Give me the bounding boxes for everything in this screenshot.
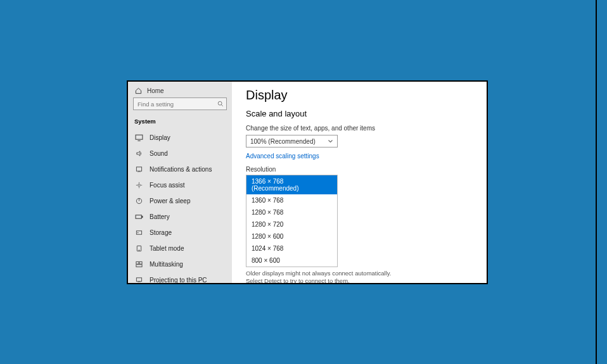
svg-rect-17 [136, 278, 141, 282]
sidebar-item-battery[interactable]: Battery [128, 209, 232, 225]
tablet-icon [134, 245, 143, 252]
main-panel: Display Scale and layout Change the size… [232, 82, 487, 283]
resolution-option[interactable]: 1366 × 768 (Recommended) [246, 175, 337, 194]
sidebar-item-label: Tablet mode [150, 245, 184, 252]
sidebar-item-label: Multitasking [150, 261, 183, 268]
resolution-option[interactable]: 1024 × 768 [246, 242, 337, 254]
sidebar-item-label: Notifications & actions [150, 166, 212, 173]
sidebar-item-label: Focus assist [150, 182, 185, 189]
sidebar-section-label: System [128, 114, 232, 130]
svg-rect-9 [141, 216, 142, 217]
svg-rect-16 [136, 265, 141, 267]
notifications-icon [134, 166, 143, 173]
resolution-option[interactable]: 800 × 600 [246, 254, 337, 267]
sidebar-item-notifications[interactable]: Notifications & actions [128, 161, 232, 177]
resolution-option[interactable]: 1360 × 768 [246, 194, 337, 206]
sidebar-item-power-sleep[interactable]: Power & sleep [128, 193, 232, 209]
detect-help-text: Older displays might not always connect … [246, 270, 398, 283]
resolution-option[interactable]: 1280 × 768 [246, 206, 337, 218]
sidebar-item-tablet-mode[interactable]: Tablet mode [128, 241, 232, 256]
focus-assist-icon [134, 182, 143, 189]
svg-rect-10 [136, 231, 141, 235]
sidebar-item-label: Storage [150, 229, 172, 236]
svg-rect-4 [136, 167, 141, 171]
sidebar-item-label: Battery [150, 213, 170, 220]
svg-point-5 [137, 184, 140, 187]
sidebar-item-focus-assist[interactable]: Focus assist [128, 177, 232, 193]
svg-rect-8 [136, 215, 141, 218]
page-title: Display [246, 88, 473, 103]
svg-rect-15 [139, 261, 141, 264]
sidebar: Home System Display Sound Notificat [128, 82, 232, 283]
search-icon [217, 101, 224, 107]
sidebar-item-label: Display [150, 134, 170, 141]
display-icon [134, 134, 143, 141]
sidebar-item-sound[interactable]: Sound [128, 146, 232, 161]
svg-point-11 [137, 232, 138, 233]
search-container [128, 97, 232, 114]
scale-field-label: Change the size of text, apps, and other… [246, 125, 473, 132]
scale-dropdown[interactable]: 100% (Recommended) [246, 135, 338, 147]
resolution-option[interactable]: 1280 × 720 [246, 218, 337, 230]
sound-icon [134, 150, 143, 157]
svg-rect-14 [136, 261, 138, 264]
sidebar-nav: Display Sound Notifications & actions Fo… [128, 130, 232, 284]
sidebar-item-storage[interactable]: Storage [128, 225, 232, 241]
svg-point-13 [139, 250, 139, 251]
storage-icon [134, 229, 143, 236]
projecting-icon [134, 277, 143, 284]
desktop-right-edge [596, 0, 597, 364]
chevron-down-icon [328, 139, 333, 143]
resolution-option[interactable]: 1280 × 600 [246, 230, 337, 242]
power-icon [134, 198, 143, 204]
sidebar-item-label: Projecting to this PC [150, 277, 207, 284]
svg-line-1 [221, 104, 223, 106]
sidebar-item-multitasking[interactable]: Multitasking [128, 256, 232, 272]
search-box[interactable] [133, 97, 227, 110]
advanced-scaling-link[interactable]: Advanced scaling settings [246, 153, 473, 160]
battery-icon [134, 213, 143, 220]
section-title: Scale and layout [246, 109, 473, 118]
sidebar-item-display[interactable]: Display [128, 130, 232, 146]
resolution-label: Resolution [246, 166, 473, 173]
sidebar-item-projecting[interactable]: Projecting to this PC [128, 272, 232, 284]
search-input[interactable] [137, 101, 217, 108]
home-icon [134, 87, 142, 94]
svg-point-0 [218, 101, 222, 105]
settings-window: Home System Display Sound Notificat [127, 80, 488, 284]
scale-dropdown-value: 100% (Recommended) [250, 138, 316, 145]
home-label: Home [147, 87, 164, 94]
sidebar-item-label: Sound [150, 150, 168, 157]
resolution-dropdown-list: 1366 × 768 (Recommended) 1360 × 768 1280… [246, 175, 338, 267]
multitasking-icon [134, 261, 143, 268]
svg-rect-2 [136, 135, 143, 139]
sidebar-home[interactable]: Home [128, 82, 232, 97]
sidebar-item-label: Power & sleep [150, 198, 190, 204]
